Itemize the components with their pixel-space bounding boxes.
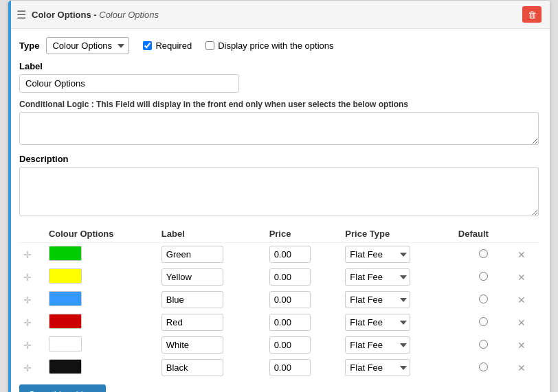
top-row: Type Colour Options Radio Checkbox Selec…: [19, 37, 539, 54]
title-subtitle: Colour Options: [99, 10, 159, 20]
conditional-logic-field-row: Conditional Logic : This Field will disp…: [19, 100, 539, 147]
label-field-label: Label: [19, 61, 539, 71]
delete-button[interactable]: 🗑: [522, 6, 542, 23]
col-price-type: Price Type: [341, 225, 454, 243]
color-swatch[interactable]: [49, 246, 82, 261]
col-price: Price: [265, 225, 342, 243]
required-checkbox-group: Required: [143, 41, 192, 51]
remove-row-button[interactable]: ✕: [517, 317, 526, 328]
hamburger-icon[interactable]: ☰: [16, 8, 26, 21]
options-tbody: ✛ Flat Fee Percentage ✕ ✛ Flat Fee Perce…: [19, 243, 539, 380]
label-input[interactable]: [19, 74, 239, 93]
remove-row-button[interactable]: ✕: [517, 295, 526, 305]
display-price-checkbox-group: Display price with the options: [205, 41, 333, 51]
price-type-select[interactable]: Flat Fee Percentage: [345, 359, 410, 376]
default-radio[interactable]: [479, 249, 488, 258]
type-section: Type Colour Options Radio Checkbox Selec…: [19, 37, 129, 54]
label-input-row[interactable]: [161, 246, 223, 263]
conditional-logic-textarea[interactable]: [19, 112, 539, 145]
default-radio[interactable]: [479, 362, 488, 371]
label-input-row[interactable]: [161, 314, 223, 331]
required-label[interactable]: Required: [155, 41, 192, 51]
table-row: ✛ Flat Fee Percentage ✕: [19, 266, 539, 288]
remove-row-button[interactable]: ✕: [517, 340, 526, 351]
price-input-row[interactable]: [269, 359, 311, 376]
type-label: Type: [19, 41, 39, 51]
drag-handle-icon[interactable]: ✛: [23, 317, 32, 328]
conditional-logic-label: Conditional Logic : This Field will disp…: [19, 100, 539, 109]
default-radio[interactable]: [479, 272, 488, 281]
trash-icon: 🗑: [528, 10, 537, 20]
col-drag: [19, 225, 45, 243]
price-input-row[interactable]: [269, 336, 311, 354]
drag-handle-icon[interactable]: ✛: [23, 272, 32, 283]
label-input-row[interactable]: [161, 291, 223, 308]
remove-row-button[interactable]: ✕: [517, 272, 526, 283]
price-input-row[interactable]: [269, 268, 311, 286]
table-row: ✛ Flat Fee Percentage ✕: [19, 356, 539, 379]
card-body: Type Colour Options Radio Checkbox Selec…: [8, 29, 550, 392]
col-label: Label: [157, 225, 265, 243]
title-text: Color Options: [32, 10, 91, 20]
table-row: ✛ Flat Fee Percentage ✕: [19, 311, 539, 334]
description-label: Description: [19, 154, 539, 164]
description-textarea[interactable]: [19, 167, 539, 216]
description-field-row: Description: [19, 154, 539, 218]
type-select[interactable]: Colour Options Radio Checkbox Select: [46, 37, 129, 54]
color-swatch[interactable]: [49, 336, 82, 351]
col-default: Default: [454, 225, 513, 243]
required-checkbox[interactable]: [143, 41, 152, 50]
col-remove: [513, 225, 539, 243]
display-price-checkbox[interactable]: [205, 41, 214, 50]
drag-handle-icon[interactable]: ✛: [23, 340, 32, 351]
default-radio[interactable]: [479, 295, 488, 303]
color-swatch[interactable]: [49, 268, 82, 284]
color-swatch[interactable]: [49, 314, 82, 329]
price-type-select[interactable]: Flat Fee Percentage: [345, 268, 410, 286]
table-row: ✛ Flat Fee Percentage ✕: [19, 334, 539, 356]
color-swatch[interactable]: [49, 291, 82, 306]
table-row: ✛ Flat Fee Percentage ✕: [19, 288, 539, 311]
header-title: Color Options - Colour Options: [32, 10, 159, 20]
left-accent: [8, 1, 11, 392]
col-colour: Colour Options: [45, 225, 157, 243]
card-header: ☰ Color Options - Colour Options 🗑: [8, 1, 550, 29]
display-price-label[interactable]: Display price with the options: [218, 41, 333, 51]
label-input-row[interactable]: [161, 268, 223, 286]
header-left: ☰ Color Options - Colour Options: [16, 8, 159, 21]
save-button[interactable]: Save this add-on: [19, 384, 106, 392]
table-header-row: Colour Options Label Price Price Type De…: [19, 225, 539, 243]
color-options-card: ☰ Color Options - Colour Options 🗑 Type …: [8, 0, 550, 392]
color-swatch[interactable]: [49, 359, 82, 374]
price-type-select[interactable]: Flat Fee Percentage: [345, 336, 410, 354]
remove-row-button[interactable]: ✕: [517, 249, 526, 260]
drag-handle-icon[interactable]: ✛: [23, 362, 32, 373]
drag-handle-icon[interactable]: ✛: [23, 295, 32, 305]
price-type-select[interactable]: Flat Fee Percentage: [345, 291, 410, 308]
default-radio[interactable]: [479, 317, 488, 326]
label-input-row[interactable]: [161, 359, 223, 376]
default-radio[interactable]: [479, 340, 488, 349]
table-row: ✛ Flat Fee Percentage ✕: [19, 243, 539, 266]
price-input-row[interactable]: [269, 314, 311, 331]
label-field-row: Label: [19, 61, 539, 93]
price-type-select[interactable]: Flat Fee Percentage: [345, 314, 410, 331]
remove-row-button[interactable]: ✕: [517, 362, 526, 373]
drag-handle-icon[interactable]: ✛: [23, 249, 32, 260]
price-input-row[interactable]: [269, 291, 311, 308]
label-input-row[interactable]: [161, 336, 223, 354]
price-input-row[interactable]: [269, 246, 311, 263]
price-type-select[interactable]: Flat Fee Percentage: [345, 246, 410, 263]
options-table: Colour Options Label Price Price Type De…: [19, 225, 539, 379]
